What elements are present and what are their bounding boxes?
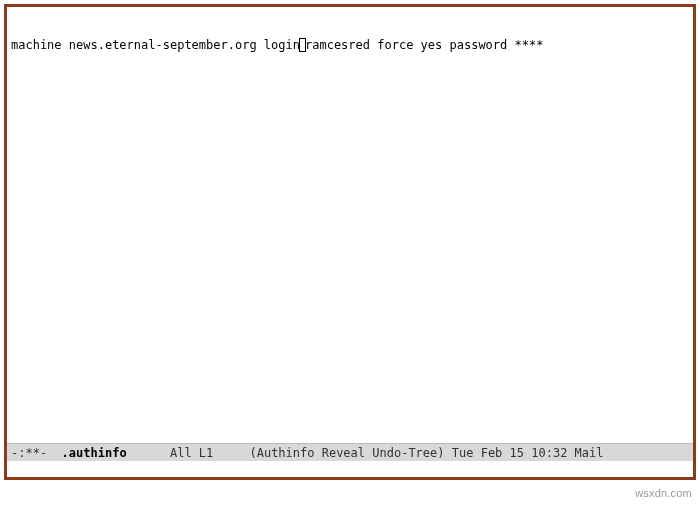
- text-before-cursor: machine news.eternal-september.org login: [11, 38, 300, 52]
- modeline-modes: (Authinfo Reveal Undo-Tree): [249, 446, 444, 460]
- emacs-window-frame: machine news.eternal-september.org login…: [4, 4, 696, 480]
- text-after-cursor: ramcesred force yes password ****: [305, 38, 543, 52]
- modeline-datetime: Tue Feb 15 10:32: [452, 446, 568, 460]
- editor-buffer[interactable]: machine news.eternal-september.org login…: [7, 7, 693, 443]
- modeline-status: -:**-: [11, 446, 47, 460]
- minibuffer[interactable]: [7, 461, 693, 477]
- watermark-text: wsxdn.com: [635, 487, 692, 499]
- modeline-position: All L1: [170, 446, 213, 460]
- mode-line[interactable]: -:**- .authinfo All L1 (Authinfo Reveal …: [7, 443, 693, 461]
- buffer-line: machine news.eternal-september.org login…: [11, 37, 689, 53]
- modeline-mail: Mail: [575, 446, 604, 460]
- buffer-name: .authinfo: [62, 446, 127, 460]
